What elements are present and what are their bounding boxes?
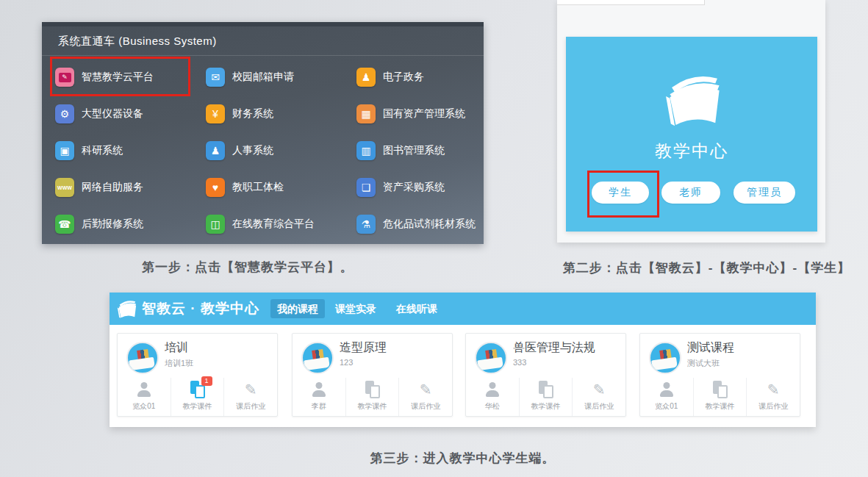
app-label: 图书管理系统: [383, 144, 445, 157]
hazmat-reagent-icon: ⚗: [356, 215, 376, 234]
course-title: 培训: [165, 340, 188, 356]
panel-title: 系统直通车 (Business System): [58, 35, 217, 49]
app-label: 科研系统: [82, 144, 123, 157]
course-avatar: [301, 342, 334, 374]
app-state-assets[interactable]: ▦ 国有资产管理系统: [356, 104, 476, 123]
app-label: 网络自助服务: [82, 181, 143, 194]
app-network-selfservice[interactable]: WWW 网络自助服务: [55, 178, 206, 197]
step1-caption: 第一步：点击【智慧教学云平台】。: [42, 259, 453, 276]
homework-item[interactable]: ✎ 课后作业: [572, 378, 625, 416]
courseware-item[interactable]: 1 教学课件: [171, 378, 224, 416]
pencil-icon: ✎: [420, 381, 432, 398]
app-egov[interactable]: ♟ 电子政务: [356, 68, 476, 87]
step3-caption: 第三步：进入教学中心学生端。: [110, 450, 816, 467]
courseware-label: 教学课件: [358, 401, 387, 412]
courseware-item[interactable]: 教学课件: [519, 378, 573, 416]
homework-item[interactable]: ✎ 课后作业: [223, 378, 277, 416]
courseware-icon: 1: [190, 381, 205, 398]
network-selfservice-icon: WWW: [55, 178, 74, 197]
app-label: 智慧教学云平台: [82, 71, 154, 84]
smart-teaching-cloud-icon: ✎: [55, 68, 74, 87]
course-card-footer: 李群 教学课件 ✎ 课后作业: [293, 378, 452, 416]
app-label: 后勤报修系统: [82, 218, 143, 231]
panel-top-edge: [42, 22, 484, 26]
app-campus-email[interactable]: ✉ 校园邮箱申请: [206, 68, 356, 87]
tab-my-courses[interactable]: 我的课程: [270, 299, 325, 318]
student-button[interactable]: 学生: [592, 182, 649, 204]
homework-item[interactable]: ✎ 课后作业: [746, 378, 800, 416]
app-library-system[interactable]: ▥ 图书管理系统: [356, 141, 476, 160]
course-avatar: [649, 342, 681, 374]
courseware-label: 教学课件: [706, 401, 735, 412]
app-online-education[interactable]: ◫ 在线教育综合平台: [206, 215, 356, 234]
research-icon: ▣: [55, 141, 74, 160]
pencil-icon: ✎: [245, 381, 257, 398]
pencil-icon: ✎: [767, 381, 780, 398]
course-card[interactable]: 兽医管理与法规 333 华松 教学课件 ✎ 课后作业: [465, 333, 626, 417]
teacher-item[interactable]: 览众01: [640, 378, 693, 416]
course-subtitle: 123: [340, 358, 353, 367]
panel-title-divider: [42, 55, 484, 56]
app-label: 电子政务: [383, 71, 424, 84]
teacher-item[interactable]: 览众01: [118, 378, 171, 416]
large-instruments-icon: ⚙: [55, 104, 74, 123]
homework-label: 课后作业: [411, 401, 440, 412]
app-hazmat-reagent[interactable]: ⚗ 危化品试剂耗材系统: [356, 215, 476, 234]
book-logo-icon: [660, 68, 723, 131]
app-label: 国有资产管理系统: [383, 107, 465, 121]
person-icon: [311, 381, 327, 398]
course-card[interactable]: 造型原理 123 李群 教学课件 ✎ 课后作业: [292, 333, 453, 417]
courseware-label: 教学课件: [183, 401, 212, 412]
person-icon: [136, 381, 152, 398]
app-logistics-repair[interactable]: ☎ 后勤报修系统: [55, 215, 206, 234]
courseware-item[interactable]: 教学课件: [345, 378, 399, 416]
app-label: 大型仪器设备: [82, 107, 143, 121]
teacher-name: 览众01: [132, 401, 155, 412]
brand-book-icon: [115, 298, 137, 320]
course-card-footer: 览众01 教学课件 ✎ 课后作业: [640, 378, 800, 416]
app-label: 在线教育综合平台: [232, 218, 315, 231]
teacher-button[interactable]: 老师: [661, 182, 720, 204]
teacher-item[interactable]: 李群: [293, 378, 345, 416]
course-card[interactable]: 培训 培训1班 览众01 1 教学课件 ✎ 课后作业: [117, 333, 278, 417]
app-label: 危化品试剂耗材系统: [383, 218, 476, 231]
admin-button[interactable]: 管理员: [734, 182, 795, 204]
courseware-item[interactable]: 教学课件: [693, 378, 747, 416]
course-title: 造型原理: [340, 340, 387, 356]
app-asset-procurement[interactable]: ❏ 资产采购系统: [356, 178, 476, 197]
app-label: 人事系统: [232, 144, 273, 157]
teacher-name: 华松: [485, 401, 500, 412]
course-subtitle: 测试大班: [687, 358, 720, 369]
campus-email-icon: ✉: [206, 68, 225, 87]
person-icon: [484, 381, 501, 398]
hr-icon: ♟: [206, 141, 225, 160]
homework-label: 课后作业: [236, 401, 265, 412]
app-staff-checkup[interactable]: ♥ 教职工体检: [206, 178, 356, 197]
courseware-icon: [365, 381, 380, 398]
app-research-system[interactable]: ▣ 科研系统: [55, 141, 206, 160]
person-icon: [659, 381, 675, 398]
course-card[interactable]: 测试课程 测试大班 览众01 教学课件 ✎ 课后作业: [639, 333, 800, 417]
teacher-item[interactable]: 华松: [466, 378, 519, 416]
course-title: 兽医管理与法规: [513, 340, 595, 356]
homework-item[interactable]: ✎ 课后作业: [398, 378, 452, 416]
brand-title: 智教云 · 教学中心: [142, 293, 259, 325]
tab-classroom-records[interactable]: 课堂实录: [334, 299, 378, 318]
course-avatar: [126, 342, 159, 374]
library-icon: ▥: [356, 141, 376, 160]
tab-online-listening[interactable]: 在线听课: [395, 299, 439, 318]
business-system-panel: 系统直通车 (Business System) ✎ 智慧教学云平台 ✉ 校园邮箱…: [42, 22, 484, 244]
course-card-footer: 览众01 1 教学课件 ✎ 课后作业: [118, 378, 277, 416]
course-subtitle: 培训1班: [165, 358, 193, 369]
app-hr-system[interactable]: ♟ 人事系统: [206, 141, 356, 160]
finance-icon: ¥: [206, 104, 225, 123]
step2-caption: 第二步：点击【智教云】-【教学中心】-【学生】: [545, 259, 868, 276]
app-label: 教职工体检: [232, 181, 284, 194]
egov-icon: ♟: [356, 68, 376, 87]
courseware-icon: [539, 381, 553, 398]
app-smart-teaching-cloud[interactable]: ✎ 智慧教学云平台: [55, 68, 206, 87]
app-finance-system[interactable]: ¥ 财务系统: [206, 104, 356, 123]
courseware-badge: 1: [201, 376, 212, 386]
app-large-instruments[interactable]: ⚙ 大型仪器设备: [55, 104, 206, 123]
teaching-center-app-window: 智教云 · 教学中心 我的课程 课堂实录 在线听课 培训 培训1班 览众01 1…: [110, 293, 816, 427]
